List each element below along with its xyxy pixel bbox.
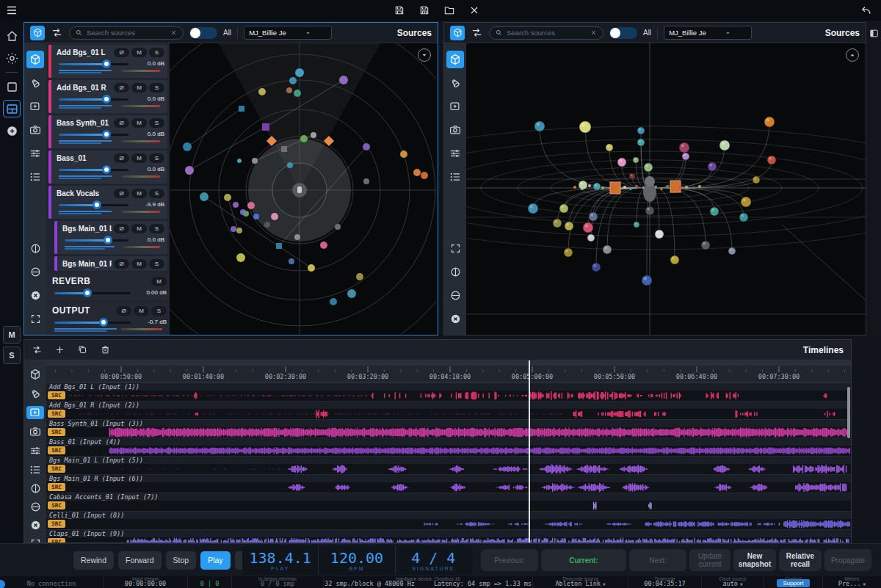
close-icon[interactable]: [468, 4, 480, 16]
current-snapshot-button[interactable]: Current:: [541, 549, 626, 571]
source-sphere-3d[interactable]: [739, 213, 748, 222]
nav-gear-button[interactable]: [3, 49, 21, 67]
source-dot-2d[interactable]: [281, 146, 287, 152]
tool-close-circle-button[interactable]: [26, 519, 44, 531]
source-sphere-3d[interactable]: [701, 241, 710, 250]
preset-select[interactable]: MJ_Billie Jean: [664, 26, 752, 40]
source-sphere-3d[interactable]: [719, 140, 730, 150]
slider-knob[interactable]: [83, 288, 92, 297]
source-sphere-3d[interactable]: [670, 255, 679, 264]
panel-type-button[interactable]: [450, 26, 465, 40]
source-sphere-3d[interactable]: [592, 263, 601, 272]
source-row[interactable]: Bgs Main_01 LØMS0.0 dB: [54, 221, 167, 254]
source-sphere-3d[interactable]: [553, 219, 562, 228]
slider-knob[interactable]: [104, 236, 112, 244]
solo-button[interactable]: S: [151, 306, 167, 316]
source-sphere-3d[interactable]: [637, 127, 645, 134]
view-options-button[interactable]: [418, 48, 431, 62]
source-sphere-3d[interactable]: [634, 222, 639, 228]
tool-split-h-button[interactable]: [446, 286, 464, 304]
tool-cube-button[interactable]: [26, 368, 44, 381]
tool-split-v-button[interactable]: [446, 263, 464, 280]
perspective-view-3d[interactable]: [466, 43, 866, 335]
gain-slider[interactable]: [57, 164, 131, 175]
timeline-track[interactable]: SRC: [46, 537, 851, 542]
clear-search-icon[interactable]: [170, 29, 178, 37]
slider-knob[interactable]: [102, 130, 111, 139]
slider-knob[interactable]: [102, 59, 111, 68]
panel-toggle-icon[interactable]: [869, 28, 880, 39]
solo-button[interactable]: S: [149, 83, 164, 92]
propagate-button[interactable]: Propagate: [824, 549, 871, 571]
source-sphere-3d[interactable]: [710, 207, 719, 216]
source-dot-2d[interactable]: [363, 143, 370, 150]
slider-knob[interactable]: [93, 200, 101, 209]
previous-snapshot-button[interactable]: Previous:: [481, 549, 538, 571]
gain-slider[interactable]: [57, 129, 131, 139]
tool-routing-button[interactable]: [26, 444, 44, 457]
relative-recall-button[interactable]: Relative recall: [779, 549, 822, 571]
meters-group[interactable]: Meters Pre...▼: [822, 576, 881, 588]
timeline-track[interactable]: SRC: [46, 409, 851, 419]
source-dot-2d[interactable]: [421, 172, 428, 179]
source-dot-2d[interactable]: [247, 202, 255, 209]
gain-slider[interactable]: [57, 200, 131, 210]
source-dot-2d[interactable]: [363, 178, 369, 184]
source-dot-2d[interactable]: [289, 258, 294, 264]
slider-knob[interactable]: [99, 318, 108, 327]
nav-single-view-button[interactable]: [3, 78, 21, 95]
gain-slider[interactable]: [57, 94, 131, 104]
phase-button[interactable]: Ø: [114, 224, 129, 233]
menu-icon[interactable]: [5, 4, 18, 17]
gain-slider[interactable]: [62, 235, 131, 245]
tool-video-button[interactable]: [26, 406, 44, 419]
reverb-section[interactable]: REVERBM0.00 dB: [46, 273, 170, 300]
slider-knob[interactable]: [102, 95, 111, 104]
timeline-track[interactable]: SRC: [46, 391, 851, 401]
tool-cone-button[interactable]: [26, 387, 44, 400]
source-row[interactable]: Bgs Main_01 RØMS: [54, 256, 167, 271]
source-dot-2d[interactable]: [300, 135, 308, 142]
tool-fullscreen-button[interactable]: [26, 310, 44, 327]
play-button[interactable]: Play: [200, 551, 230, 570]
tool-video-button[interactable]: [26, 98, 44, 115]
timeline-track[interactable]: SRC: [46, 446, 851, 456]
tool-cone-button[interactable]: [26, 74, 44, 92]
source-dot-2d[interactable]: [262, 123, 269, 131]
gain-slider[interactable]: [52, 317, 133, 327]
tool-close-circle-button[interactable]: [26, 286, 44, 304]
timecode-source-group[interactable]: Timecode source Ableton Link▼: [532, 576, 628, 588]
clear-search-icon[interactable]: [590, 29, 598, 37]
source-dot-2d[interactable]: [231, 226, 236, 232]
top-view-2d[interactable]: [170, 43, 438, 335]
save-as-icon[interactable]: [418, 4, 430, 16]
solo-button[interactable]: S: [149, 224, 164, 233]
timeline-scrollbar[interactable]: [847, 387, 850, 438]
source-sphere-3d[interactable]: [534, 121, 545, 131]
source-sphere-3d[interactable]: [589, 212, 598, 221]
source-dot-2d[interactable]: [400, 150, 407, 158]
source-sphere-3d[interactable]: [564, 248, 573, 257]
source-dot-2d[interactable]: [185, 166, 194, 175]
src-badge[interactable]: SRC: [48, 410, 65, 418]
mute-button[interactable]: M: [131, 224, 147, 233]
source-row[interactable]: Bass_01ØMS0.0 dB: [48, 150, 167, 184]
source-sphere-3d[interactable]: [728, 247, 736, 255]
source-dot-2d[interactable]: [320, 242, 327, 249]
clock-source-group[interactable]: Clock source auto▼: [701, 576, 764, 588]
source-sphere-3d[interactable]: [767, 156, 776, 164]
source-row[interactable]: Back VocalsØMS-9.9 dB▶: [48, 186, 167, 219]
bpm-display[interactable]: 120.00 BPM: [318, 545, 394, 575]
source-dot-2d[interactable]: [294, 234, 300, 240]
source-dot-2d[interactable]: [339, 76, 348, 84]
source-dot-2d[interactable]: [237, 159, 242, 163]
timeline-track[interactable]: SRC: [46, 482, 851, 493]
source-dot-2d[interactable]: [330, 298, 337, 305]
phase-button[interactable]: Ø: [114, 189, 129, 198]
source-sphere-3d[interactable]: [741, 197, 751, 207]
tool-camera-button[interactable]: [26, 121, 44, 139]
source-row[interactable]: Bass Synth_01ØMS0.0 dB: [48, 115, 167, 148]
nav-home-button[interactable]: [3, 27, 21, 45]
master-mute-button[interactable]: M: [3, 326, 21, 344]
src-badge[interactable]: SRC: [48, 520, 65, 528]
